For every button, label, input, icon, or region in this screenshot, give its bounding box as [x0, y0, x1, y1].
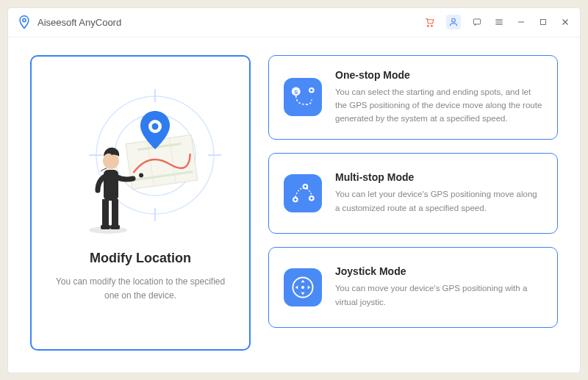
modify-location-description: You can modify the location to the speci… [45, 275, 236, 303]
app-window: Aiseesoft AnyCoord [7, 7, 581, 373]
modify-location-illustration [52, 74, 229, 236]
one-stop-mode-text: One-stop Mode You can select the startin… [335, 69, 542, 126]
titlebar-buttons [424, 15, 571, 29]
modify-location-title: Modify Location [90, 251, 191, 266]
joystick-mode-icon [284, 268, 322, 306]
minimize-button[interactable] [515, 16, 527, 28]
one-stop-mode-description: You can select the starting and ending s… [335, 85, 542, 126]
one-stop-mode-title: One-stop Mode [335, 69, 542, 81]
svg-point-28 [304, 185, 306, 187]
account-icon[interactable] [446, 15, 461, 29]
maximize-button[interactable] [537, 16, 549, 28]
app-title: Aiseesoft AnyCoord [37, 17, 121, 28]
svg-rect-2 [473, 19, 480, 24]
cart-icon[interactable] [424, 16, 436, 28]
feedback-icon[interactable] [471, 16, 483, 28]
svg-text:S: S [294, 89, 298, 96]
svg-point-0 [23, 18, 26, 21]
one-stop-mode-icon: S [284, 78, 322, 116]
modes-column: S One-stop Mode You can select the start… [268, 55, 558, 351]
menu-icon[interactable] [493, 16, 505, 28]
multi-stop-mode-text: Multi-stop Mode You can let your device'… [335, 171, 542, 215]
joystick-mode-text: Joystick Mode You can move your device's… [335, 265, 542, 309]
svg-rect-15 [104, 170, 118, 201]
multi-stop-mode-title: Multi-stop Mode [335, 171, 542, 183]
close-button[interactable] [559, 16, 571, 28]
svg-point-26 [294, 198, 296, 200]
joystick-mode-card[interactable]: Joystick Mode You can move your device's… [268, 247, 558, 328]
svg-rect-19 [110, 225, 120, 229]
multi-stop-mode-icon [284, 174, 322, 212]
svg-point-24 [310, 89, 312, 91]
app-logo-icon [17, 15, 32, 29]
svg-rect-10 [126, 135, 198, 189]
svg-rect-16 [102, 199, 109, 227]
svg-rect-3 [541, 20, 546, 25]
svg-point-1 [452, 18, 456, 22]
modify-location-card[interactable]: Modify Location You can modify the locat… [30, 55, 251, 351]
joystick-mode-description: You can move your device's GPS positioni… [335, 282, 542, 309]
svg-rect-18 [101, 225, 110, 229]
main-content: Modify Location You can modify the locat… [8, 37, 580, 373]
svg-rect-17 [112, 199, 118, 227]
svg-point-32 [301, 286, 304, 289]
joystick-mode-title: Joystick Mode [335, 265, 542, 277]
svg-point-30 [310, 197, 312, 199]
one-stop-mode-card[interactable]: S One-stop Mode You can select the start… [268, 55, 558, 140]
multi-stop-mode-description: You can let your device's GPS positionin… [335, 187, 542, 215]
svg-point-13 [152, 123, 159, 129]
svg-point-20 [103, 153, 119, 169]
titlebar: Aiseesoft AnyCoord [8, 8, 580, 37]
multi-stop-mode-card[interactable]: Multi-stop Mode You can let your device'… [268, 153, 558, 234]
